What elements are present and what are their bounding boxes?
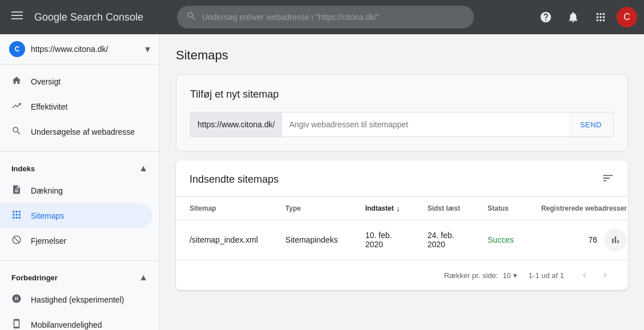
home-icon: [11, 75, 22, 88]
sitemaps-table: Sitemap Type Indtastet ↓ Sidst l: [176, 197, 628, 260]
nav-divider-2: [0, 260, 159, 261]
nav-divider-1: [0, 151, 159, 152]
svg-rect-1: [11, 15, 23, 16]
page-title: Sitemaps: [176, 48, 628, 63]
search-nav-icon: [11, 126, 22, 139]
forbedringer-chevron-icon: ▲: [139, 272, 148, 283]
sidebar-item-effektivitet[interactable]: Effektivitet: [0, 94, 152, 119]
pagination: Rækker pr. side: 10 ▾ 1-1 ud af 1: [176, 260, 628, 290]
notifications-button[interactable]: [562, 6, 585, 29]
topbar-actions: C: [534, 6, 637, 29]
sidebar-item-sitemaps[interactable]: Sitemaps: [0, 203, 152, 228]
col-header-lastread: Sidst læst: [414, 197, 474, 220]
forbedringer-section: Forbedringer ▲ Hastighed (eksperimentel)…: [0, 263, 159, 330]
main-content: Sitemaps Tilføj et nyt sitemap https://w…: [160, 34, 644, 330]
cell-indexed: 10. feb. 2020: [352, 220, 414, 260]
sitemap-url-input[interactable]: [281, 112, 568, 137]
cell-sitemap: /sitemap_index.xml: [176, 220, 272, 260]
app-title: Google Search Console: [34, 11, 143, 23]
sidebar-item-daekning[interactable]: Dækning: [0, 178, 152, 203]
submitted-sitemaps-card: Indsendte sitemaps Sitemap Type: [176, 160, 628, 290]
sidebar-item-hastighed-label: Hastighed (eksperimentel): [31, 295, 124, 304]
topbar: Google Search Console Undersøg enhver we…: [0, 0, 644, 34]
property-icon: C: [9, 41, 25, 57]
indeks-section-header[interactable]: Indeks ▲: [0, 159, 159, 178]
speed-icon: [11, 293, 22, 307]
sidebar: C https://www.citona.dk/ ▾ Oversigt Effe…: [0, 34, 160, 330]
rows-dropdown-icon: ▾: [513, 271, 517, 280]
cell-type: Sitemapindeks: [272, 220, 352, 260]
sidebar-item-fjernelser[interactable]: Fjernelser: [0, 228, 152, 253]
sidebar-item-effektivitet-label: Effektivitet: [31, 102, 67, 111]
property-chevron-icon: ▾: [145, 43, 150, 55]
coverage-icon: [11, 184, 22, 198]
sidebar-item-oversigt-label: Oversigt: [31, 77, 61, 86]
filter-icon[interactable]: [602, 172, 614, 187]
sidebar-item-oversigt[interactable]: Oversigt: [0, 69, 152, 94]
app-logo: Google Search Console: [34, 11, 143, 23]
cell-status: Succes: [474, 220, 528, 260]
indeks-chevron-icon: ▲: [139, 163, 148, 174]
svg-rect-2: [11, 18, 23, 19]
card-title: Indsendte sitemaps: [190, 174, 279, 186]
search-placeholder: Undersøg enhver webadresse i "https://ci…: [202, 13, 465, 22]
next-page-button[interactable]: [596, 266, 614, 284]
send-button[interactable]: SEND: [569, 112, 614, 137]
menu-icon[interactable]: [7, 5, 27, 29]
sidebar-item-undersogelse[interactable]: Undersøgelse af webadresse: [0, 119, 152, 144]
rows-per-page-label: Rækker pr. side:: [444, 271, 498, 280]
card-header: Indsendte sitemaps: [176, 160, 628, 197]
trending-icon: [11, 100, 22, 114]
table-row: /sitemap_index.xml Sitemapindeks 10. feb…: [176, 220, 628, 260]
sidebar-item-mobilanvendelighed-label: Mobilanvendelighed: [31, 320, 102, 329]
rows-per-page-select[interactable]: 10 ▾: [502, 271, 517, 280]
status-badge: Succes: [488, 235, 514, 244]
url-prefix: https://www.citona.dk/: [190, 112, 281, 137]
property-url: https://www.citona.dk/: [31, 45, 139, 54]
indeks-label: Indeks: [11, 164, 35, 173]
forbedringer-section-header[interactable]: Forbedringer ▲: [0, 268, 159, 287]
pagination-range: 1-1 ud af 1: [529, 271, 564, 280]
sidebar-item-mobilanvendelighed[interactable]: Mobilanvendelighed: [0, 312, 152, 330]
col-header-status: Status: [474, 197, 528, 220]
apps-button[interactable]: [589, 6, 612, 29]
main-nav: Oversigt Effektivitet Undersøgelse af we…: [0, 65, 159, 149]
forbedringer-label: Forbedringer: [11, 273, 58, 282]
col-header-registered: Registrerede webadresser: [528, 197, 628, 220]
search-bar[interactable]: Undersøg enhver webadresse i "https://ci…: [177, 6, 474, 29]
prev-page-button[interactable]: [575, 266, 594, 284]
col-header-sitemap: Sitemap: [176, 197, 272, 220]
layout: C https://www.citona.dk/ ▾ Oversigt Effe…: [0, 34, 644, 330]
pagination-buttons: [575, 266, 614, 284]
sidebar-item-undersogelse-label: Undersøgelse af webadresse: [31, 127, 135, 136]
col-header-type: Type: [272, 197, 352, 220]
sidebar-item-fjernelser-label: Fjernelser: [31, 236, 66, 246]
add-sitemap-card: Tilføj et nyt sitemap https://www.citona…: [176, 74, 628, 151]
property-selector[interactable]: C https://www.citona.dk/ ▾: [0, 34, 159, 65]
rows-per-page: Rækker pr. side: 10 ▾: [444, 271, 517, 280]
add-sitemap-input-row: https://www.citona.dk/ SEND: [190, 112, 614, 137]
registered-count: 76: [588, 235, 597, 244]
col-sorted-label: Indtastet ↓: [365, 204, 400, 213]
removal-icon: [11, 235, 22, 248]
search-icon: [186, 11, 196, 24]
help-button[interactable]: [534, 6, 557, 29]
chart-button[interactable]: [604, 228, 627, 251]
sort-arrow-icon: ↓: [396, 204, 400, 213]
add-sitemap-title: Tilføj et nyt sitemap: [190, 88, 614, 100]
indeks-section: Indeks ▲ Dækning Sitemaps Fjernelser: [0, 154, 159, 258]
mobile-icon: [11, 319, 22, 331]
user-avatar[interactable]: C: [617, 7, 637, 27]
col-header-indexed[interactable]: Indtastet ↓: [352, 197, 414, 220]
svg-rect-0: [11, 11, 23, 13]
sidebar-item-sitemaps-label: Sitemaps: [31, 211, 64, 220]
cell-lastread: 24. feb. 2020: [414, 220, 474, 260]
registered-cell-content: 76: [541, 228, 627, 251]
rows-per-page-value: 10: [502, 271, 510, 280]
sidebar-item-daekning-label: Dækning: [31, 186, 63, 195]
sitemap-icon: [11, 210, 22, 223]
sidebar-item-hastighed[interactable]: Hastighed (eksperimentel): [0, 287, 152, 312]
cell-registered: 76: [528, 220, 628, 260]
